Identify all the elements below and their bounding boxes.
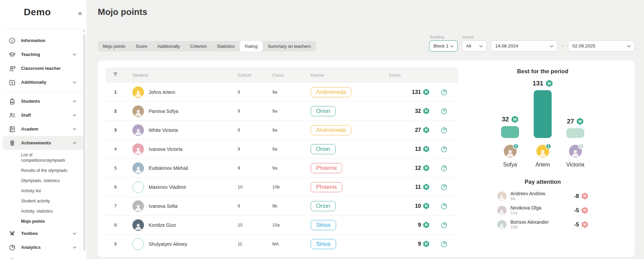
sidebar-item-teaching[interactable]: Teaching	[3, 47, 84, 61]
tab-criterion[interactable]: Criterion	[185, 41, 212, 52]
pie-chart-icon[interactable]	[440, 240, 448, 248]
date-range-separator: –	[562, 43, 564, 52]
tab-additionally[interactable]: Additionally	[152, 41, 185, 52]
sidebar-subitem-activity-list[interactable]: Activity list	[0, 186, 87, 196]
sidebar-subitem-mojo-points[interactable]: Mojo points	[0, 216, 87, 226]
sidebar-subitem-results-of-olympiads[interactable]: Results of the olympiads	[0, 165, 87, 176]
attention-row[interactable]: Borisov Alexander 10b -5M	[497, 219, 588, 230]
attention-name: Novikova Olga	[511, 205, 541, 211]
attention-row[interactable]: Andreev Andrew 8a -8M	[497, 191, 588, 201]
attention-row[interactable]: Novikova Olga 11a -5M	[497, 205, 588, 216]
sidebar-item-achievements[interactable]: Achievements	[3, 136, 84, 150]
date-from-select[interactable]: 14.08.2024	[491, 40, 557, 52]
avatar	[497, 220, 507, 229]
attention-class: 8a	[511, 196, 546, 201]
table-row[interactable]: 4 Ivanova Victoria 9 9a Orion 13M	[105, 139, 458, 158]
pie-chart-icon[interactable]	[440, 221, 448, 229]
pie-chart-icon[interactable]	[440, 202, 448, 210]
rank-badge: 2	[513, 143, 519, 149]
table-row[interactable]: 7 Ivanova Sofia 9 9b Orion 10M	[105, 196, 458, 215]
tab-score[interactable]: Score	[130, 41, 152, 52]
pie-chart-icon[interactable]	[440, 126, 448, 134]
house-badge: Phoenix	[311, 182, 342, 192]
tab-statistics[interactable]: Statistics	[212, 41, 240, 52]
date-from-value: 14.08.2024	[495, 43, 518, 48]
chevron-down-icon	[73, 245, 76, 249]
sidebar-subitem-list-of-competitions[interactable]: List of competitions/olympiads	[0, 150, 73, 165]
rank: 4	[105, 146, 126, 152]
table-row[interactable]: 3 White Victoria 9 9a Andromeda 27M	[105, 120, 458, 139]
sidebar-item-analytics[interactable]: Analytics	[3, 240, 84, 254]
student-name: Ivanova Victoria	[149, 146, 182, 152]
sidebar-subitem-activity-statistics[interactable]: Activity, statistics	[0, 206, 87, 216]
scroll-up-arrow[interactable]	[82, 30, 85, 32]
pie-chart-icon[interactable]	[440, 164, 448, 172]
rank: 5	[105, 165, 126, 171]
chevron-down-icon	[73, 80, 76, 84]
pie-chart-icon[interactable]	[440, 183, 448, 191]
chevron-down-icon	[73, 113, 76, 117]
student-name: Shulyatyev Alexey	[149, 241, 187, 247]
sidebar-item-information[interactable]: Information	[3, 34, 84, 47]
score-value: 32	[415, 108, 421, 114]
mojo-badge: M	[423, 222, 429, 228]
table-row[interactable]: 1 Johns Artem 9 9a Andromeda 131M	[105, 82, 458, 101]
pie-chart-icon[interactable]	[440, 145, 448, 153]
house-badge: Orion	[311, 106, 336, 116]
graduation-cap-icon	[8, 51, 16, 58]
tab-rating[interactable]: Rating	[240, 41, 263, 52]
sidebar-nav: Information Teaching Classroom teacher A…	[0, 29, 87, 259]
chevron-down-icon	[73, 99, 76, 103]
table-row[interactable]: 9 Shulyatyev Alexey 11 MA Sirius 9M	[105, 234, 458, 253]
sidebar-subitem-olympiads-statistics[interactable]: Olympiads, statistics	[0, 176, 87, 186]
building-value: Block 1	[434, 43, 448, 48]
table-row[interactable]: 8 Koridze Gizo 10 10a Sirius 9M	[105, 215, 458, 234]
medal-icon	[8, 139, 16, 147]
table-row[interactable]: 6 Maximov Vladimir 10 10b Phoenix 11M	[105, 177, 458, 196]
attention-value: -5	[574, 222, 579, 228]
chevron-down-icon	[627, 44, 631, 48]
avatar	[132, 181, 144, 193]
avatar	[132, 143, 144, 155]
sidebar-item-additionally[interactable]: Additionally	[3, 75, 84, 89]
chevron-down-icon	[73, 53, 76, 56]
sidebar-scrollbar[interactable]	[83, 34, 86, 251]
sidebar-item-toolbox[interactable]: Toolbox	[3, 226, 84, 240]
chart-column-victoria: 27M 3 Victoria	[564, 80, 587, 168]
avatar	[132, 219, 144, 231]
negative-mojo-badge: M	[582, 193, 588, 200]
side-panel: Best for the period 32M 2 Sofya	[458, 67, 627, 250]
filters: Building Block 1 House All 14.08.2024	[429, 35, 634, 52]
col-student: Student	[126, 73, 238, 78]
sidebar-item-students[interactable]: Students	[3, 94, 84, 108]
building-select[interactable]: Block 1	[429, 40, 458, 52]
avatar	[132, 162, 144, 174]
avatar	[132, 105, 144, 117]
pie-chart-icon[interactable]	[440, 88, 448, 96]
avatar	[132, 124, 144, 136]
journal-icon	[8, 125, 16, 133]
sidebar-item-classroom-teacher[interactable]: Classroom teacher	[3, 61, 84, 75]
student-name: Maximov Vladimir	[149, 184, 186, 190]
pie-chart-icon[interactable]	[440, 107, 448, 115]
sidebar-item-academ[interactable]: Academ	[3, 122, 84, 136]
sidebar-subitem-student-activity[interactable]: Student activity	[0, 196, 87, 206]
sidebar-collapse-button[interactable]: «	[78, 9, 82, 16]
table-row[interactable]: 2 Panova Sofya 9 9a Orion 32M	[105, 101, 458, 120]
rank: 3	[105, 127, 126, 133]
chevron-down-icon	[450, 44, 454, 48]
tab-summary-on-teachers[interactable]: Summary on teachers	[263, 41, 316, 52]
rank-badge: 1	[546, 143, 551, 149]
house-badge: Andromeda	[311, 125, 351, 135]
pens-icon	[8, 230, 16, 237]
table-row[interactable]: 5 Evdokimov Mikhail 9 9a Phoenix 12M	[105, 158, 458, 177]
chart-column-sofya: 32M 2 Sofya	[499, 80, 521, 168]
sidebar-item-partial[interactable]	[3, 254, 84, 259]
date-to-select[interactable]: 02.09.2025	[568, 40, 634, 52]
tab-mojo-points[interactable]: Mojo points	[98, 41, 130, 52]
score-value: 131	[412, 89, 421, 95]
house-select[interactable]: All	[462, 40, 487, 52]
chevron-up-icon	[73, 141, 76, 145]
sidebar-item-staff[interactable]: Staff	[3, 108, 84, 122]
sidebar-item-label: Analytics	[21, 245, 41, 250]
